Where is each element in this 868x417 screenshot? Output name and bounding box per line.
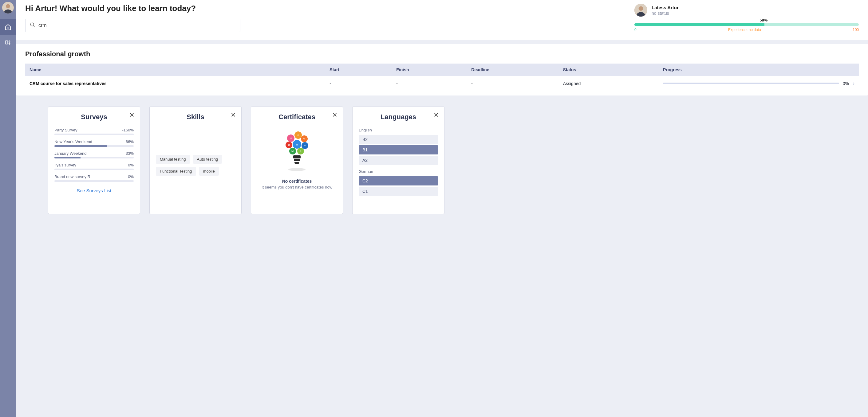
cards-row: Surveys Party Survey-160%New Year's Week… [16,96,868,214]
language-level[interactable]: B2 [359,135,438,144]
col-name: Name [25,64,325,76]
row-start: - [325,76,392,91]
row-progress: 0%› [659,76,859,91]
survey-row[interactable]: January Weekend33% [54,151,134,159]
survey-percent: 66% [126,139,134,144]
search-icon [30,22,35,29]
survey-percent: 33% [126,151,134,156]
survey-row[interactable]: Party Survey-160% [54,128,134,135]
experience-bar: 58% 0 Experience: no data 100 [634,23,859,32]
svg-text:✎: ✎ [303,137,306,140]
svg-text:▭: ▭ [296,143,299,146]
greeting-block: Hi Artur! What would you like to learn t… [25,2,619,32]
svg-text:☺: ☺ [297,134,299,137]
close-icon[interactable] [129,112,134,118]
nav-home[interactable] [0,19,16,35]
survey-row[interactable]: New Year's Weekend66% [54,139,134,147]
certificates-title: Certificates [257,113,337,121]
survey-name: Party Survey [54,128,77,132]
row-deadline: - [467,76,558,91]
svg-point-1 [6,4,10,8]
col-status: Status [559,64,659,76]
language-group-label: German [359,169,438,174]
languages-title: Languages [359,113,438,121]
certificates-card: Certificates ♬☺✎ [251,107,343,214]
survey-name: New Year's Weekend [54,139,92,144]
skill-chip[interactable]: Auto testing [193,155,222,164]
certificates-none-sub: It seems you don't have certificates now [257,185,337,189]
certificates-none-title: No certificates [257,179,337,184]
survey-percent: 0% [128,174,134,179]
row-status: Assigned [559,76,659,91]
search-input[interactable] [38,23,236,28]
profile-user-row: Latess Artur no status [634,4,859,16]
survey-name: Brand new survey R [54,174,90,179]
language-level[interactable]: C2 [359,176,438,185]
language-level[interactable]: A2 [359,156,438,165]
svg-line-5 [33,26,35,27]
growth-title: Professional growth [25,50,859,58]
svg-rect-2 [5,41,8,44]
sidebar-avatar[interactable] [2,2,14,13]
surveys-card: Surveys Party Survey-160%New Year's Week… [48,107,140,214]
svg-text:♬: ♬ [290,137,292,140]
profile-status: no status [652,11,679,16]
skill-chip[interactable]: mobile [199,167,219,176]
close-icon[interactable] [332,112,337,118]
header-card: Hi Artur! What would you like to learn t… [16,0,868,40]
col-start: Start [325,64,392,76]
nav-training[interactable] [0,35,16,51]
svg-text:☆: ☆ [299,149,302,152]
language-level[interactable]: C1 [359,187,438,196]
svg-point-3 [9,41,10,42]
svg-point-4 [30,23,34,26]
chevron-right-icon: › [852,80,855,86]
surveys-title: Surveys [54,113,134,121]
profile-name: Latess Artur [652,5,679,10]
survey-row[interactable]: Ilya's survey0% [54,163,134,170]
svg-point-25 [288,168,306,171]
col-finish: Finish [392,64,467,76]
survey-name: January Weekend [54,151,87,156]
experience-percent: 58% [760,18,768,23]
greeting-title: Hi Artur! What would you like to learn t… [25,4,619,13]
skills-card: Skills Manual testingAuto testingFunctio… [149,107,242,214]
experience-min: 0 [634,28,637,32]
language-level[interactable]: B1 [359,145,438,154]
row-name: CRM course for sales representatives [25,76,325,91]
experience-label: Experience: no data [728,28,761,32]
language-group-label: English [359,128,438,132]
sidebar [0,0,16,417]
svg-point-7 [639,6,643,11]
survey-percent: -160% [122,128,134,132]
growth-card: Professional growth Name Start Finish De… [16,44,868,96]
profile-avatar[interactable] [634,4,647,16]
main-area: Hi Artur! What would you like to learn t… [16,0,868,417]
svg-rect-24 [294,162,299,164]
profile-block: Latess Artur no status 58% 0 Experience:… [634,2,859,32]
languages-card: Languages EnglishB2B1A2GermanC2C1 [352,107,444,214]
table-row[interactable]: CRM course for sales representatives---A… [25,76,859,91]
skill-chip[interactable]: Manual testing [156,155,190,164]
skill-chip[interactable]: Functional Testing [156,167,196,176]
skills-title: Skills [156,113,235,121]
search-box[interactable] [25,19,240,32]
svg-rect-23 [294,159,300,161]
lightbulb-icon: ♬☺✎ ⚙▭✉ ☑☆ [282,130,312,173]
surveys-link[interactable]: See Surveys List [54,188,134,193]
svg-text:☑: ☑ [291,149,294,152]
experience-max: 100 [852,28,859,32]
row-finish: - [392,76,467,91]
col-deadline: Deadline [467,64,558,76]
survey-percent: 0% [128,163,134,167]
survey-row[interactable]: Brand new survey R0% [54,174,134,182]
svg-text:⚙: ⚙ [288,143,290,146]
col-progress: Progress [659,64,859,76]
growth-table: Name Start Finish Deadline Status Progre… [25,64,859,91]
survey-name: Ilya's survey [54,163,76,167]
svg-text:✉: ✉ [304,144,306,147]
svg-rect-22 [293,155,301,159]
close-icon[interactable] [434,112,439,118]
close-icon[interactable] [231,112,236,118]
